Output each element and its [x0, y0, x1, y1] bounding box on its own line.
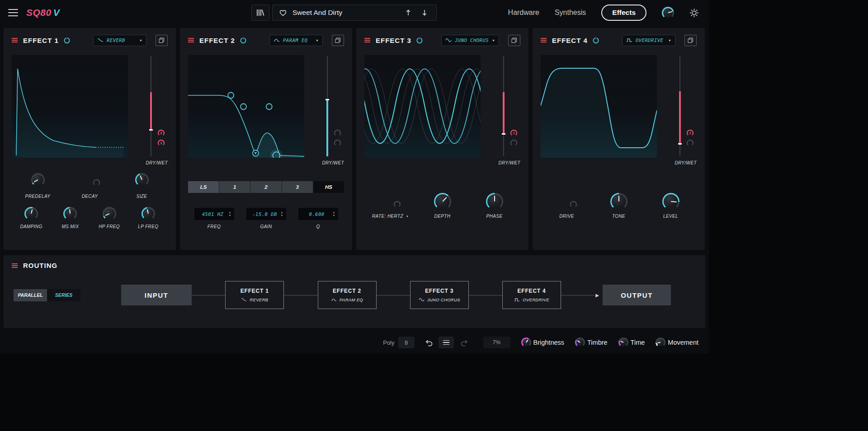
tab-hardware[interactable]: Hardware — [508, 9, 539, 17]
effect2-eq-display[interactable] — [188, 55, 304, 158]
band-ls-button[interactable]: LS — [188, 181, 219, 193]
eq-band-handle[interactable] — [266, 104, 272, 110]
mod-amount-ring[interactable] — [570, 201, 577, 208]
effect1-section-menu-icon[interactable] — [12, 37, 18, 43]
main-menu-button[interactable] — [8, 7, 18, 19]
effect1-damping-knob[interactable] — [24, 207, 38, 220]
effect3-section-menu-icon[interactable] — [364, 37, 370, 43]
effect1-drywet-slider[interactable] — [149, 56, 153, 156]
macro-time-knob[interactable] — [618, 337, 628, 347]
effect1-lpfreq-knob[interactable] — [142, 207, 155, 220]
previous-preset-button[interactable] — [403, 9, 414, 16]
effect4-section-menu-icon[interactable] — [541, 37, 547, 43]
effect4-power-button[interactable] — [592, 37, 599, 44]
routing-mode-series[interactable]: SERIES — [47, 289, 80, 301]
preset-browser-button[interactable] — [251, 5, 269, 21]
effect2-copy-button[interactable] — [332, 35, 344, 46]
band-2-button[interactable]: 2 — [250, 181, 282, 193]
overdrive-wave-icon — [514, 298, 520, 302]
routing-mode-parallel[interactable]: PARALLEL — [14, 289, 47, 301]
effect2-type-select[interactable]: PARAM EQ ▼ — [269, 35, 323, 46]
effect3-drywet-slider[interactable] — [501, 56, 506, 156]
macro-timbre-knob[interactable] — [575, 337, 585, 347]
effect2-freq-field[interactable]: 4501 HZ ▲▼ — [194, 208, 234, 220]
effect2-section-menu-icon[interactable] — [188, 37, 194, 43]
effect1-type-select[interactable]: REVERB ▼ — [93, 35, 146, 46]
band-1-button[interactable]: 1 — [219, 181, 250, 193]
effect2-q-field[interactable]: 0.608 ▲▼ — [298, 208, 338, 220]
effect3-chorus-display[interactable] — [364, 55, 481, 158]
effect4-level-knob[interactable] — [662, 193, 679, 210]
effect1-predelay-knob[interactable] — [31, 173, 45, 187]
effect1-hpfreq-knob[interactable] — [103, 207, 116, 220]
effect3-power-button[interactable] — [416, 37, 423, 44]
effect4-overdrive-display[interactable] — [541, 55, 657, 158]
eq-band-handle[interactable] — [241, 104, 246, 110]
mod-amount-ring[interactable]: 1 — [687, 130, 693, 136]
preset-selector[interactable]: Sweet And Dirty — [272, 5, 437, 21]
history-button[interactable] — [439, 337, 454, 348]
master-volume-knob[interactable] — [662, 7, 674, 19]
tab-effects[interactable]: Effects — [601, 5, 646, 21]
routing-input-node[interactable]: INPUT — [121, 285, 192, 305]
effect3-copy-button[interactable] — [508, 35, 520, 46]
redo-button[interactable] — [460, 339, 469, 347]
next-preset-button[interactable] — [419, 9, 430, 16]
knob-label: LEVEL — [663, 214, 678, 219]
effect3-rate-mode-select[interactable]: RATE: HERTZ ▼ — [372, 214, 409, 219]
slider-handle[interactable] — [149, 129, 153, 131]
slider-handle[interactable] — [502, 133, 505, 135]
band-hs-button[interactable]: HS — [313, 181, 344, 193]
stepper-arrows-icon[interactable]: ▲▼ — [281, 211, 283, 217]
mod-amount-ring[interactable] — [334, 130, 341, 136]
stepper-arrows-icon[interactable]: ▲▼ — [229, 211, 231, 217]
mod-amount-ring[interactable]: 1 — [158, 140, 165, 146]
effect1-power-button[interactable] — [63, 37, 71, 44]
macro-movement-knob[interactable] — [656, 337, 665, 347]
routing-effect1-node[interactable]: EFFECT 1 REVERB — [225, 281, 284, 309]
slider-handle[interactable] — [326, 99, 329, 100]
effect2-gain-field[interactable]: -15.0 DB ▲▼ — [246, 208, 286, 220]
mod-amount-ring[interactable] — [394, 201, 401, 208]
poly-count[interactable]: 8 — [398, 337, 415, 348]
effect2-power-button[interactable] — [240, 37, 247, 44]
slider-handle[interactable] — [678, 143, 682, 145]
tab-synthesis[interactable]: Synthesis — [555, 9, 586, 17]
param-eq-icon — [274, 38, 280, 42]
settings-gear-icon[interactable] — [689, 8, 699, 18]
eq-band-handle[interactable] — [228, 93, 234, 98]
routing-section-menu-icon[interactable] — [12, 262, 18, 269]
routing-effect3-node[interactable]: EFFECT 3 JUNO CHORUS — [410, 281, 469, 309]
effect1-copy-button[interactable] — [156, 35, 168, 46]
mod-amount-ring[interactable] — [510, 140, 517, 146]
band-3-button[interactable]: 3 — [282, 181, 313, 193]
eq-selected-band-handle[interactable] — [273, 152, 280, 158]
stepper-arrows-icon[interactable]: ▲▼ — [333, 211, 335, 217]
effect3-type-select[interactable]: JUNO CHORUS ▼ — [441, 35, 499, 46]
effect1-reverb-display[interactable] — [12, 55, 128, 158]
effect2-drywet-slider[interactable] — [325, 56, 330, 156]
knob-label: DECAY — [82, 194, 98, 199]
effect3-depth-knob[interactable] — [434, 193, 451, 210]
effect3-phase-knob[interactable] — [486, 193, 503, 210]
mod-amount-ring[interactable] — [334, 140, 341, 146]
macro-brightness-knob[interactable] — [521, 337, 531, 347]
effect1-size-knob[interactable] — [135, 173, 149, 187]
routing-effect4-node[interactable]: EFFECT 4 OVERDRIVE — [502, 281, 561, 309]
knob-label: SIZE — [137, 194, 147, 199]
undo-button[interactable] — [425, 339, 433, 347]
cpu-meter[interactable]: 7% — [483, 337, 510, 348]
routing-output-node[interactable]: OUTPUT — [603, 285, 671, 305]
effect4-copy-button[interactable] — [684, 35, 697, 46]
effect1-msmix-knob[interactable] — [63, 207, 77, 220]
favorite-heart-icon[interactable] — [279, 9, 287, 17]
mod-amount-ring[interactable] — [93, 179, 100, 186]
mod-amount-ring[interactable] — [687, 140, 693, 146]
knob-label: PHASE — [486, 214, 503, 219]
routing-effect2-node[interactable]: EFFECT 2 PARAM EQ — [318, 281, 377, 309]
mod-amount-ring[interactable]: 2 — [158, 130, 165, 136]
effect4-type-select[interactable]: OVERDRIVE ▼ — [622, 35, 675, 46]
mod-amount-ring[interactable]: 1 — [510, 130, 517, 136]
effect4-tone-knob[interactable] — [610, 193, 627, 210]
effect4-drywet-slider[interactable] — [678, 56, 682, 156]
